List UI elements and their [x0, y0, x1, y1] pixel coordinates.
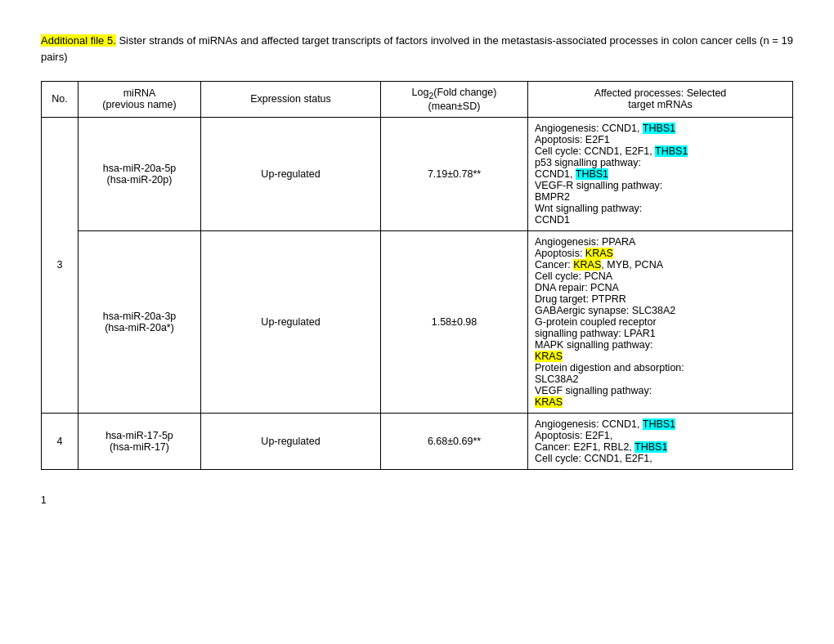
header: Additional file 5. Sister strands of miR… — [41, 33, 793, 65]
highlight-kras-4: KRAS — [535, 396, 563, 408]
highlight-thbs1-5: THBS1 — [634, 441, 667, 453]
cell-affected-20a3p: Angiogenesis: PPARA Apoptosis: KRAS Canc… — [528, 230, 793, 413]
main-table: No. miRNA(previous name) Expression stat… — [41, 81, 793, 470]
table-row: hsa-miR-20a-3p(hsa-miR-20a*) Up-regulate… — [42, 230, 793, 413]
col-header-mirna: miRNA(previous name) — [78, 82, 201, 118]
col-header-no: No. — [42, 82, 78, 118]
highlight-kras-1: KRAS — [585, 248, 613, 259]
cell-affected-17-5p: Angiogenesis: CCND1, THBS1 Apoptosis: E2… — [528, 413, 793, 469]
cell-log-17-5p: 6.68±0.69** — [381, 413, 528, 469]
cell-log-20a3p: 1.58±0.98 — [381, 230, 528, 413]
page-number: 1 — [41, 494, 793, 506]
table-header-row: No. miRNA(previous name) Expression stat… — [42, 82, 793, 118]
cell-mirna-20a3p: hsa-miR-20a-3p(hsa-miR-20a*) — [78, 230, 201, 413]
cell-no-4: 4 — [42, 413, 78, 469]
highlight-kras-2: KRAS — [573, 259, 601, 271]
cell-affected-20a5p: Angiogenesis: CCND1, THBS1 Apoptosis: E2… — [528, 117, 793, 230]
cell-expression-20a5p: Up-regulated — [201, 117, 381, 230]
cell-mirna-20a5p: hsa-miR-20a-5p(hsa-miR-20p) — [78, 117, 201, 230]
cell-expression-20a3p: Up-regulated — [201, 230, 381, 413]
highlight-thbs1-3: THBS1 — [576, 168, 608, 180]
col-header-expression: Expression status — [201, 82, 381, 118]
table-row: 4 hsa-miR-17-5p(hsa-miR-17) Up-regulated… — [42, 413, 793, 469]
cell-expression-17-5p: Up-regulated — [201, 413, 381, 469]
header-description: Sister strands of miRNAs and affected ta… — [41, 34, 793, 63]
highlight-thbs1-1: THBS1 — [643, 123, 675, 134]
highlight-thbs1-4: THBS1 — [643, 418, 675, 430]
table-row: 3 hsa-miR-20a-5p(hsa-miR-20p) Up-regulat… — [42, 117, 793, 230]
highlight-kras-3: KRAS — [535, 351, 563, 362]
cell-no-3: 3 — [42, 117, 78, 413]
cell-log-20a5p: 7.19±0.78** — [381, 117, 528, 230]
highlight-thbs1-2: THBS1 — [655, 145, 688, 157]
col-header-affected: Affected processes: Selectedtarget mRNAs — [528, 82, 793, 118]
cell-mirna-17-5p: hsa-miR-17-5p(hsa-miR-17) — [78, 413, 201, 469]
col-header-log: Log2(Fold change)(mean±SD) — [381, 82, 528, 118]
additional-file-highlight: Additional file 5. — [41, 34, 116, 47]
